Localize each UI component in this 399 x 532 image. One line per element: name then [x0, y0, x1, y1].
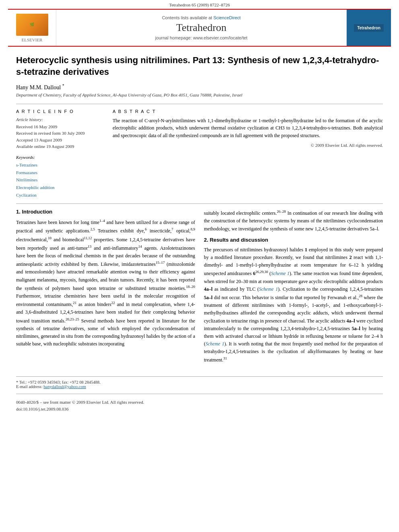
keyword-3: Nitrilimines	[16, 176, 105, 184]
elsevier-logo-box: 🌿	[16, 14, 48, 36]
history-label: Article history:	[16, 117, 105, 122]
article-info-col: A R T I C L E I N F O Article history: R…	[16, 109, 105, 199]
copyright-footer-text: 0040-4020/$ – see front matter © 2009 El…	[16, 400, 144, 405]
available-row: Available online 19 August 2009	[16, 143, 105, 150]
elsevier-logo-container: 🌿 ELSEVIER	[8, 10, 56, 46]
keywords-label: Keywords:	[16, 155, 105, 160]
keywords-label-text: Keywords:	[16, 155, 35, 160]
abstract-header: A B S T R A C T	[113, 109, 383, 114]
received-row: Received 16 May 2009	[16, 123, 105, 130]
email-label: E-mail address:	[16, 384, 43, 389]
affiliation-text: Department of Chemistry, Faculty of Appl…	[16, 92, 243, 97]
journal-reference: Tetrahedron 65 (2009) 8722–8726	[0, 0, 399, 9]
author-sup: *	[62, 83, 64, 88]
email-line: E-mail address: hanydalloul@yahoo.com	[16, 384, 383, 389]
author-text: Hany M.M. Dalloul	[16, 84, 61, 90]
sciencedirect-anchor[interactable]: ScienceDirect	[213, 15, 241, 20]
doi-text: doi:10.1016/j.tet.2009.08.036	[16, 406, 383, 413]
introduction-section: 1. Introduction Tetrazines have been kno…	[16, 209, 195, 368]
intro-title-text: Introduction	[22, 209, 52, 215]
keyword-5: Cyclization	[16, 191, 105, 199]
doi-section: 0040-4020/$ – see front matter © 2009 El…	[16, 399, 383, 413]
results-title: 2. Results and discussion	[204, 237, 383, 243]
revised-text: Received in revised form 30 July 2009	[16, 131, 84, 136]
abstract-text: The reaction of C-aroyl-N-arylnitrilimin…	[113, 117, 383, 140]
abstract-header-text: A B S T R A C T	[113, 109, 156, 114]
journal-center: Contents lists available at ScienceDirec…	[56, 10, 347, 46]
results-paragraph: The precursors of nitrilimines hydrazono…	[204, 246, 383, 364]
journal-ref-text: Tetrahedron 65 (2009) 8722–8726	[169, 2, 230, 7]
tel-line: * Tel.: +972 0599 345943; fax: +972 08 2…	[16, 380, 383, 384]
journal-homepage: journal homepage: www.elsevier.com/locat…	[155, 35, 247, 40]
keyword-1: s-Tetrazines	[16, 161, 105, 169]
available-text: Available online 19 August 2009	[16, 144, 74, 149]
revised-row: Received in revised form 30 July 2009	[16, 130, 105, 137]
sciencedirect-link: Contents lists available at ScienceDirec…	[162, 15, 241, 20]
body-columns: 1. Introduction Tetrazines have been kno…	[16, 209, 383, 368]
introduction-title: 1. Introduction	[16, 209, 195, 215]
paper-title: Heterocyclic synthesis using nitrilimine…	[16, 55, 383, 78]
journal-right-logo: Tetrahedron	[347, 10, 391, 46]
elsevier-text: ELSEVIER	[16, 37, 48, 42]
footer-section: * Tel.: +972 0599 345943; fax: +972 08 2…	[16, 376, 383, 413]
intro-number: 1.	[16, 209, 21, 215]
history-label-text: Article history:	[16, 117, 43, 122]
journal-header: 🌿 ELSEVIER Contents lists available at S…	[8, 9, 391, 47]
email-address[interactable]: hanydalloul@yahoo.com	[43, 384, 86, 389]
article-info-abstract: A R T I C L E I N F O Article history: R…	[16, 109, 383, 199]
introduction-paragraph: Tetrazines have been known for long time…	[16, 218, 195, 348]
accepted-text: Accepted 13 August 2009	[16, 138, 62, 142]
received-text: Received 16 May 2009	[16, 124, 57, 129]
tet-logo: Tetrahedron	[354, 24, 384, 32]
email-text: hanydalloul@yahoo.com	[43, 384, 86, 389]
journal-title: Tetrahedron	[176, 22, 226, 34]
footer-divider	[16, 394, 383, 394]
keyword-4: Electrophilic addition	[16, 184, 105, 191]
keywords-section: Keywords: s-Tetrazines Formazanes Nitril…	[16, 155, 105, 199]
copyright-notice: © 2009 Elsevier Ltd. All rights reserved…	[113, 143, 383, 148]
tet-logo-text: Tetrahedron	[357, 26, 380, 30]
homepage-text: journal homepage: www.elsevier.com/locat…	[155, 35, 247, 40]
results-section: suitably located electrophilic centers.2…	[204, 209, 383, 368]
copyright-footer: 0040-4020/$ – see front matter © 2009 El…	[16, 399, 383, 406]
contents-text: Contents lists available at	[162, 15, 212, 20]
abstract-col: A B S T R A C T The reaction of C-aroyl-…	[113, 109, 383, 199]
tel-text: * Tel.: +972 0599 345943; fax: +972 08 2…	[16, 380, 101, 384]
intro-continuation: suitably located electrophilic centers.2…	[204, 209, 383, 233]
sciencedirect-name: ScienceDirect	[213, 15, 241, 20]
main-content: Heterocyclic synthesis using nitrilimine…	[0, 47, 399, 421]
author-name: Hany M.M. Dalloul *	[16, 83, 383, 91]
abstract-body: The reaction of C-aroyl-N-arylnitrilimin…	[113, 118, 383, 138]
article-history: Article history: Received 16 May 2009 Re…	[16, 117, 105, 150]
copyright-text: © 2009 Elsevier Ltd. All rights reserved…	[311, 143, 383, 148]
accepted-row: Accepted 13 August 2009	[16, 137, 105, 144]
journal-title-text: Tetrahedron	[176, 22, 226, 33]
paper-title-text: Heterocyclic synthesis using nitrilimine…	[16, 55, 379, 77]
keyword-2: Formazanes	[16, 169, 105, 177]
divider-2	[16, 203, 383, 204]
affiliation: Department of Chemistry, Faculty of Appl…	[16, 92, 383, 97]
elsevier-logo-inner: 🌿	[30, 23, 34, 27]
doi-value: doi:10.1016/j.tet.2009.08.036	[16, 407, 68, 411]
divider-1	[16, 104, 383, 104]
results-title-text: Results and discussion	[210, 237, 268, 243]
article-info-header: A R T I C L E I N F O	[16, 109, 105, 114]
results-number: 2.	[204, 237, 208, 243]
article-info-header-text: A R T I C L E I N F O	[16, 109, 74, 114]
elsevier-label: ELSEVIER	[22, 37, 43, 42]
